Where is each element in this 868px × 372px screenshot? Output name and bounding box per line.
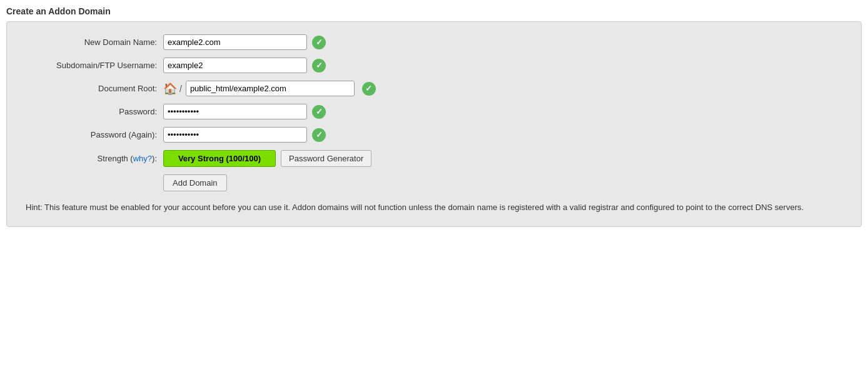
password-again-row: Password (Again): ✓ [26, 127, 842, 143]
slash-separator: / [179, 84, 182, 94]
password-label: Password: [26, 107, 163, 116]
new-domain-row: New Domain Name: ✓ [26, 34, 842, 50]
strength-row: Strength (why?): Very Strong (100/100) P… [26, 150, 842, 167]
form-container: New Domain Name: ✓ Subdomain/FTP Usernam… [6, 21, 862, 227]
doc-root-check-icon: ✓ [362, 82, 376, 96]
password-again-input[interactable] [163, 127, 307, 143]
new-domain-input[interactable] [163, 34, 307, 50]
page-container: Create an Addon Domain New Domain Name: … [6, 6, 862, 227]
password-row: Password: ✓ [26, 104, 842, 119]
document-root-row: Document Root: 🏠 / ✓ [26, 81, 842, 96]
strength-label: Strength (why?): [26, 154, 163, 163]
subdomain-row: Subdomain/FTP Username: ✓ [26, 58, 842, 73]
add-domain-row: Add Domain [26, 174, 842, 191]
doc-root-wrapper: 🏠 / ✓ [163, 81, 376, 96]
new-domain-check-icon: ✓ [312, 36, 326, 49]
document-root-input[interactable] [186, 81, 355, 96]
document-root-label: Document Root: [26, 84, 163, 93]
hint-text: Hint: This feature must be enabled for y… [26, 201, 842, 214]
strength-indicator: Very Strong (100/100) [163, 150, 276, 167]
password-again-check-icon: ✓ [312, 128, 326, 142]
subdomain-check-icon: ✓ [312, 59, 326, 73]
page-title: Create an Addon Domain [6, 6, 862, 16]
password-generator-button[interactable]: Password Generator [281, 150, 371, 167]
password-check-icon: ✓ [312, 105, 326, 119]
subdomain-label: Subdomain/FTP Username: [26, 61, 163, 70]
subdomain-input[interactable] [163, 58, 307, 73]
new-domain-label: New Domain Name: [26, 38, 163, 47]
password-input[interactable] [163, 104, 307, 119]
add-domain-button[interactable]: Add Domain [163, 174, 227, 191]
password-again-label: Password (Again): [26, 130, 163, 139]
home-icon: 🏠 [163, 82, 177, 96]
why-link[interactable]: why? [133, 154, 152, 163]
